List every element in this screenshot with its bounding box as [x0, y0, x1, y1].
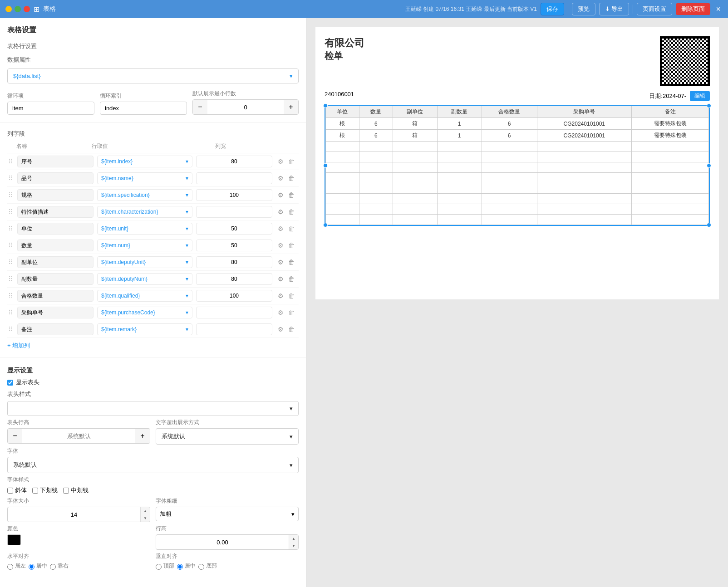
- strikethrough-checkbox[interactable]: [63, 488, 69, 494]
- col-delete-btn[interactable]: 🗑: [287, 291, 296, 300]
- show-header-checkbox[interactable]: [7, 380, 13, 386]
- col-value-select[interactable]: ${item.deputyNum} ▾: [97, 273, 192, 285]
- col-name-input[interactable]: [17, 240, 93, 251]
- col-settings-btn[interactable]: ⚙: [276, 207, 285, 216]
- italic-checkbox[interactable]: [7, 488, 13, 494]
- col-settings-btn[interactable]: ⚙: [276, 157, 285, 166]
- bold-select[interactable]: 加粗 ▾: [156, 507, 299, 521]
- export-button[interactable]: ⬇ 导出: [599, 3, 630, 15]
- row-height-value[interactable]: [22, 430, 135, 442]
- delete-page-button[interactable]: 删除页面: [676, 3, 710, 15]
- col-value-select[interactable]: ${item.unit} ▾: [97, 223, 192, 235]
- col-settings-btn[interactable]: ⚙: [276, 224, 285, 233]
- overflow-select[interactable]: 系统默认 ▾: [156, 428, 299, 445]
- col-settings-btn[interactable]: ⚙: [276, 258, 285, 267]
- loop-index-input[interactable]: [100, 102, 187, 115]
- drag-handle[interactable]: ⠿: [7, 275, 14, 283]
- col-width-input[interactable]: [196, 290, 272, 302]
- loop-item-input[interactable]: [7, 102, 94, 115]
- page-settings-button[interactable]: 页面设置: [637, 3, 672, 15]
- resize-handle-br[interactable]: [707, 223, 711, 227]
- h-align-left-radio[interactable]: [7, 564, 13, 570]
- col-width-input[interactable]: [196, 206, 272, 218]
- col-width-input[interactable]: [196, 307, 272, 318]
- win-close-button[interactable]: [24, 6, 30, 12]
- col-settings-btn[interactable]: ⚙: [276, 274, 285, 284]
- row-height-input[interactable]: [156, 536, 289, 548]
- col-value-select[interactable]: ${item.purchaseCode} ▾: [97, 307, 192, 318]
- col-value-select[interactable]: ${item.deputyUnit} ▾: [97, 256, 192, 268]
- drag-handle[interactable]: ⠿: [7, 326, 14, 333]
- col-name-input[interactable]: [17, 256, 93, 268]
- col-delete-btn[interactable]: 🗑: [287, 308, 296, 317]
- minimize-button[interactable]: [5, 6, 12, 12]
- col-name-input[interactable]: [17, 323, 93, 335]
- col-name-input[interactable]: [17, 189, 93, 201]
- col-delete-btn[interactable]: 🗑: [287, 207, 296, 216]
- row-height-down[interactable]: ▼: [289, 542, 298, 549]
- col-delete-btn[interactable]: 🗑: [287, 157, 296, 166]
- drag-handle[interactable]: ⠿: [7, 292, 14, 299]
- font-select[interactable]: 系统默认 ▾: [7, 457, 299, 473]
- col-value-select[interactable]: ${item.index} ▾: [97, 156, 192, 167]
- save-button[interactable]: 保存: [541, 3, 564, 15]
- col-name-input[interactable]: [17, 223, 93, 235]
- min-rows-plus[interactable]: +: [284, 100, 298, 114]
- font-size-up[interactable]: ▲: [141, 507, 150, 514]
- drag-handle[interactable]: ⠿: [7, 158, 14, 165]
- col-value-select[interactable]: ${item.num} ▾: [97, 240, 192, 251]
- drag-handle[interactable]: ⠿: [7, 242, 14, 249]
- data-attr-select[interactable]: ${data.list} ▾: [7, 68, 299, 83]
- drag-handle[interactable]: ⠿: [7, 259, 14, 266]
- row-height-plus[interactable]: +: [135, 429, 150, 443]
- col-delete-btn[interactable]: 🗑: [287, 224, 296, 233]
- underline-checkbox[interactable]: [32, 488, 38, 494]
- col-name-input[interactable]: [17, 172, 93, 184]
- col-width-input[interactable]: [196, 323, 272, 335]
- col-settings-btn[interactable]: ⚙: [276, 291, 285, 300]
- font-size-input[interactable]: [8, 509, 140, 521]
- col-delete-btn[interactable]: 🗑: [287, 191, 296, 200]
- col-width-input[interactable]: [196, 156, 272, 167]
- resize-handle-bl[interactable]: [323, 223, 328, 227]
- col-width-input[interactable]: [196, 223, 272, 235]
- drag-handle[interactable]: ⠿: [7, 175, 14, 182]
- h-align-center-radio[interactable]: [29, 564, 34, 570]
- col-name-input[interactable]: [17, 273, 93, 285]
- col-name-input[interactable]: [17, 290, 93, 302]
- col-settings-btn[interactable]: ⚙: [276, 174, 285, 183]
- row-height-minus[interactable]: −: [8, 429, 22, 443]
- resize-handle-ml[interactable]: [323, 163, 328, 168]
- resize-handle-mr[interactable]: [707, 163, 711, 168]
- col-settings-btn[interactable]: ⚙: [276, 241, 285, 250]
- edit-button[interactable]: 编辑: [690, 91, 710, 101]
- col-value-select[interactable]: ${item.specification} ▾: [97, 189, 192, 201]
- drag-handle[interactable]: ⠿: [7, 191, 14, 199]
- row-height-up[interactable]: ▲: [289, 535, 298, 542]
- col-value-select[interactable]: ${item.remark} ▾: [97, 323, 192, 335]
- col-delete-btn[interactable]: 🗑: [287, 274, 296, 284]
- col-delete-btn[interactable]: 🗑: [287, 174, 296, 183]
- col-width-input[interactable]: [196, 189, 272, 201]
- col-settings-btn[interactable]: ⚙: [276, 325, 285, 334]
- col-width-input[interactable]: [196, 240, 272, 251]
- h-align-right-radio[interactable]: [50, 564, 56, 570]
- header-style-select[interactable]: ▾: [7, 401, 299, 416]
- v-align-middle-radio[interactable]: [177, 564, 183, 570]
- preview-button[interactable]: 预览: [572, 3, 595, 15]
- col-width-input[interactable]: [196, 256, 272, 268]
- color-swatch[interactable]: [7, 534, 21, 545]
- col-value-select[interactable]: ${item.characterization} ▾: [97, 206, 192, 218]
- close-button[interactable]: ×: [714, 5, 723, 14]
- col-delete-btn[interactable]: 🗑: [287, 325, 296, 334]
- drag-handle[interactable]: ⠿: [7, 225, 14, 232]
- v-align-bottom-radio[interactable]: [198, 564, 204, 570]
- col-value-select[interactable]: ${item.name} ▾: [97, 172, 192, 184]
- col-delete-btn[interactable]: 🗑: [287, 258, 296, 267]
- col-delete-btn[interactable]: 🗑: [287, 241, 296, 250]
- col-name-input[interactable]: [17, 206, 93, 218]
- drag-handle[interactable]: ⠿: [7, 208, 14, 215]
- min-rows-value[interactable]: [207, 101, 284, 113]
- maximize-button[interactable]: [15, 6, 21, 12]
- col-name-input[interactable]: [17, 156, 93, 167]
